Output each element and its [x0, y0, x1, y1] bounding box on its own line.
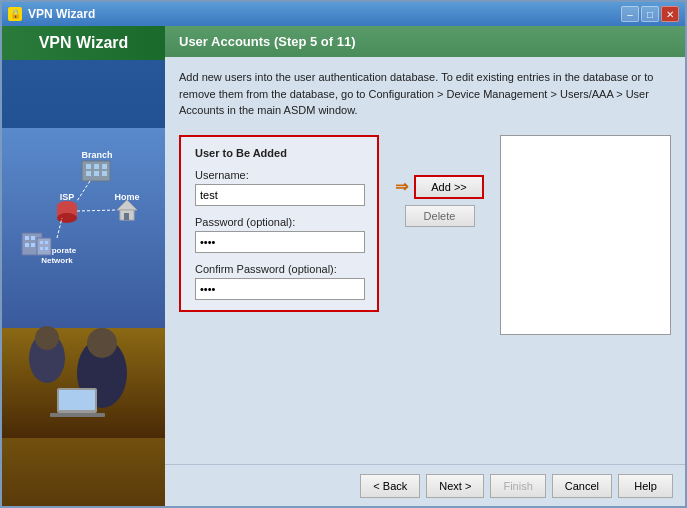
- title-bar-controls: – □ ✕: [621, 6, 679, 22]
- next-button[interactable]: Next >: [426, 474, 484, 498]
- svg-point-35: [35, 326, 59, 350]
- bottom-bar: < Back Next > Finish Cancel Help: [165, 464, 685, 506]
- title-bar-left: 🔒 VPN Wizard: [8, 7, 95, 21]
- step-description: Add new users into the user authenticati…: [165, 57, 685, 127]
- svg-rect-26: [25, 243, 29, 247]
- sidebar-header: VPN Wizard: [2, 26, 165, 60]
- svg-point-18: [57, 213, 77, 223]
- username-label: Username:: [195, 169, 363, 181]
- password-input[interactable]: [195, 231, 365, 253]
- help-button[interactable]: Help: [618, 474, 673, 498]
- back-button[interactable]: < Back: [360, 474, 420, 498]
- cancel-button[interactable]: Cancel: [552, 474, 612, 498]
- svg-rect-29: [40, 241, 43, 244]
- title-bar: 🔒 VPN Wizard – □ ✕: [2, 2, 685, 26]
- user-to-add-box: User to Be Added Username: Password (opt…: [179, 135, 379, 312]
- svg-text:Network: Network: [41, 256, 73, 265]
- arrow-icon: ⇒: [395, 177, 408, 196]
- minimize-button[interactable]: –: [621, 6, 639, 22]
- svg-rect-32: [45, 247, 48, 250]
- form-area: User to Be Added Username: Password (opt…: [165, 127, 685, 465]
- svg-rect-40: [50, 413, 105, 417]
- svg-point-37: [87, 328, 117, 358]
- window-title: VPN Wizard: [28, 7, 95, 21]
- content-panel: User Accounts (Step 5 of 11) Add new use…: [165, 26, 685, 506]
- arrow-section: ⇒ Add >>: [395, 175, 484, 199]
- network-diagram: Branch ISP Home: [2, 60, 165, 506]
- sidebar: VPN Wizard: [2, 26, 165, 506]
- vpn-icon: 🔒: [8, 7, 22, 21]
- svg-rect-15: [124, 213, 129, 220]
- main-content: VPN Wizard: [2, 26, 685, 506]
- svg-rect-9: [94, 171, 99, 176]
- password-label: Password (optional):: [195, 216, 363, 228]
- finish-button[interactable]: Finish: [490, 474, 545, 498]
- user-list-box[interactable]: [500, 135, 671, 335]
- svg-rect-31: [40, 247, 43, 250]
- step-title: User Accounts (Step 5 of 11): [179, 34, 356, 49]
- svg-rect-6: [94, 164, 99, 169]
- vpn-wizard-window: 🔒 VPN Wizard – □ ✕ VPN Wizard: [0, 0, 687, 508]
- svg-text:Branch: Branch: [81, 150, 112, 160]
- svg-rect-5: [86, 164, 91, 169]
- maximize-button[interactable]: □: [641, 6, 659, 22]
- sidebar-title: VPN Wizard: [39, 34, 129, 51]
- svg-rect-7: [102, 164, 107, 169]
- confirm-password-input[interactable]: [195, 278, 365, 300]
- svg-rect-10: [102, 171, 107, 176]
- username-input[interactable]: [195, 184, 365, 206]
- svg-rect-39: [59, 390, 95, 410]
- close-button[interactable]: ✕: [661, 6, 679, 22]
- box-title: User to Be Added: [195, 147, 363, 159]
- svg-rect-8: [86, 171, 91, 176]
- svg-rect-25: [31, 236, 35, 240]
- svg-rect-27: [31, 243, 35, 247]
- svg-rect-28: [37, 238, 51, 255]
- add-button[interactable]: Add >>: [414, 175, 484, 199]
- add-delete-section: ⇒ Add >> Delete: [395, 135, 484, 227]
- delete-button[interactable]: Delete: [405, 205, 475, 227]
- step-header: User Accounts (Step 5 of 11): [165, 26, 685, 57]
- confirm-password-label: Confirm Password (optional):: [195, 263, 363, 275]
- description-text: Add new users into the user authenticati…: [179, 71, 653, 116]
- svg-rect-30: [45, 241, 48, 244]
- svg-text:ISP: ISP: [60, 192, 75, 202]
- svg-rect-24: [25, 236, 29, 240]
